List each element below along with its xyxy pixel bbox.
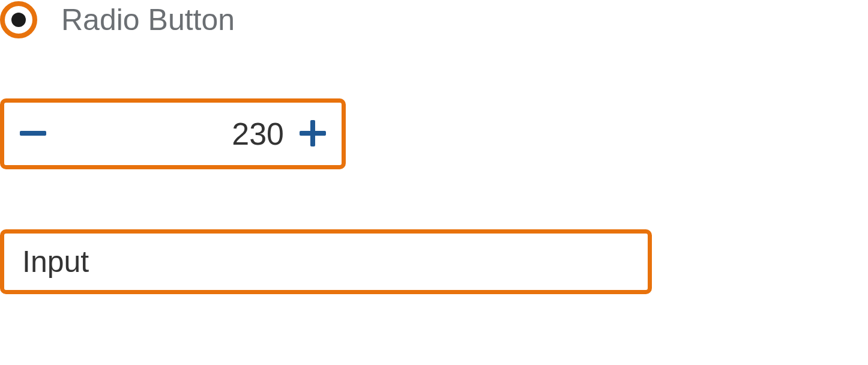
stepper-increment-button[interactable]	[296, 116, 330, 152]
plus-icon	[296, 116, 330, 152]
radio-selected-dot	[11, 13, 26, 27]
svg-rect-2	[310, 120, 315, 146]
svg-rect-0	[20, 131, 46, 136]
quantity-stepper: 230	[0, 98, 346, 169]
minus-icon	[16, 116, 50, 152]
stepper-value: 230	[50, 116, 296, 152]
radio-button[interactable]	[0, 1, 37, 38]
radio-button-label: Radio Button	[61, 2, 235, 37]
text-input[interactable]	[0, 229, 652, 294]
stepper-decrement-button[interactable]	[16, 116, 50, 152]
radio-button-row: Radio Button	[0, 1, 868, 38]
